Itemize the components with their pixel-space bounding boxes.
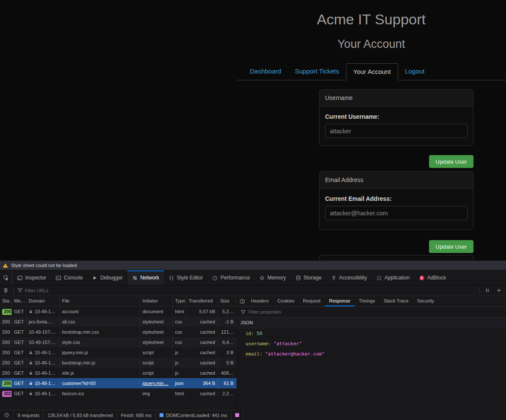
size-cell: 5,2… [218, 306, 237, 317]
initiator-text: stylesheet [142, 329, 164, 335]
details-tab-request[interactable]: Request [299, 296, 325, 306]
type-cell: css [173, 337, 186, 347]
status-bar-label: 9 requests [18, 413, 39, 418]
initiator-cell: stylesheet [140, 317, 173, 327]
initiator-text: document [142, 309, 163, 314]
size-cell: 408… [218, 368, 237, 378]
email-input[interactable] [325, 206, 468, 220]
type-cell: css [173, 317, 186, 327]
initiator-text: script [142, 360, 154, 365]
trash-icon [3, 288, 9, 293]
update-username-button[interactable]: Update User [429, 155, 473, 168]
details-tab-security[interactable]: Security [413, 296, 438, 306]
domain-text: 10-49-157-… [29, 327, 56, 337]
devtools-tab-label: Inspector [25, 275, 46, 281]
devtools-tab-style-editor[interactable]: {}Style Editor [164, 270, 207, 285]
table-row[interactable]: 200GET10-49-1…bootstrap.min.jsscriptjsca… [0, 358, 237, 368]
devtools-tab-performance[interactable]: Performance [207, 270, 254, 285]
lock-icon [29, 350, 33, 355]
site-tab-dashboard[interactable]: Dashboard [243, 63, 288, 80]
table-row[interactable]: 200GET10-49-1…jquery.min.jsscriptjscache… [0, 347, 237, 358]
devtools-tab-application[interactable]: Application [372, 270, 414, 285]
status-bar-label: 135,54 kB / 5,93 kB transferred [47, 413, 112, 418]
details-tab-cookies[interactable]: Cookies [273, 296, 299, 306]
size-cell: 2,2… [218, 388, 237, 399]
status-bar-item: 135,54 kB / 5,93 kB transferred [44, 410, 117, 420]
new-request-button[interactable] [493, 288, 506, 293]
pause-recording-button[interactable] [482, 288, 493, 293]
site-tab-support-tickets[interactable]: Support Tickets [288, 63, 346, 80]
devtools-tab-debugger[interactable]: Debugger [87, 270, 127, 285]
details-tab-timings[interactable]: Timings [355, 296, 379, 306]
domain-cell: 10-49-1… [27, 347, 60, 358]
devtools-tab-memory[interactable]: Memory [254, 270, 290, 285]
column-header-sta[interactable]: Sta… [0, 296, 12, 306]
debugger-icon [92, 275, 98, 281]
table-row[interactable]: 200GET10-49-1…customer?id=50jquery.min…j… [0, 378, 237, 388]
page-title: Acme IT Support [237, 11, 506, 28]
devtools-tab-adblock[interactable]: AdBlock [414, 270, 451, 285]
plus-icon [496, 288, 502, 293]
devtools-tab-inspector[interactable]: Inspector [12, 270, 51, 285]
column-header-transferred[interactable]: Transferred [186, 296, 218, 306]
size-cell: 0 B [218, 347, 237, 358]
table-row[interactable]: 200GET10-49-157-…bootstrap.min.cssstyles… [0, 327, 237, 337]
table-row[interactable]: 200GET10-49-1…site.jsscriptjscached408… [0, 368, 237, 378]
update-email-button[interactable]: Update User [429, 240, 473, 253]
username-panel: Username Current Username: [319, 89, 473, 146]
column-header-initiator[interactable]: Initiator [140, 296, 173, 306]
devtools-tab-console[interactable]: Console [51, 270, 87, 285]
transferred-cell: 5,57 kB [186, 306, 218, 317]
column-header-domain[interactable]: Domain [27, 296, 60, 306]
file-cell: style.css [60, 337, 140, 347]
console-icon [56, 275, 61, 281]
page-subtitle: Your Account [237, 38, 506, 51]
domain-text: 10-49-1… [35, 347, 56, 358]
username-panel-header: Username [320, 90, 473, 106]
json-section-header[interactable]: JSON [237, 317, 506, 328]
column-header-type[interactable]: Type [173, 296, 186, 306]
devtools-tab-storage[interactable]: Storage [291, 270, 326, 285]
details-tab-headers[interactable]: Headers [247, 296, 273, 306]
details-tab-response[interactable]: Response [325, 296, 355, 306]
initiator-cell: stylesheet [140, 337, 173, 347]
status-bar-item: 9 requests [14, 410, 44, 420]
column-header-me[interactable]: Me… [12, 296, 27, 306]
request-table-header: Sta…Me…DomainFileInitiatorTypeTransferre… [0, 296, 237, 306]
element-picker-button[interactable] [0, 270, 12, 285]
size-cell: -1 B [218, 317, 237, 327]
split-pane-icon[interactable] [240, 299, 245, 304]
method-cell: GET [12, 317, 27, 327]
site-tab-logout[interactable]: Logout [398, 63, 432, 80]
filter-urls-input[interactable]: Filter URLs [25, 288, 48, 293]
clear-requests-button[interactable] [0, 288, 12, 293]
status-cell: 200 [0, 358, 12, 368]
site-tab-your-account[interactable]: Your Account [346, 63, 398, 80]
table-row[interactable]: 200GET10-49-1…accountdocumenthtml5,57 kB… [0, 306, 237, 317]
method-cell: GET [12, 378, 27, 388]
devtools-tab-accessibility[interactable]: Accessibility [326, 270, 372, 285]
table-row[interactable]: 302GET10-49-1…favicon.icoimghtmlcached2,… [0, 388, 237, 399]
lock-icon [29, 309, 33, 314]
site-nav-tabs: DashboardSupport TicketsYour AccountLogo… [237, 63, 506, 80]
transferred-cell: cached [186, 358, 218, 368]
email-panel: Email Address Current Email Address: [319, 171, 473, 230]
details-tab-stack-trace[interactable]: Stack Trace [379, 296, 413, 306]
filter-properties-input[interactable]: Filter properties [249, 309, 281, 314]
devtools-tab-network[interactable]: Network [127, 270, 164, 285]
status-bar-item: DOMContentLoaded: 441 ms [156, 410, 231, 420]
status-cell: 200 [0, 378, 12, 388]
initiator-text: script [142, 350, 154, 355]
json-value: 50 [257, 331, 262, 336]
partially-visible-panel [319, 255, 473, 261]
status-cell: 200 [0, 327, 12, 337]
initiator-text[interactable]: jquery.min… [142, 381, 169, 386]
username-input[interactable] [325, 124, 468, 138]
column-header-size[interactable]: Size [218, 296, 237, 306]
column-header-file[interactable]: File [60, 296, 140, 306]
table-row[interactable]: 200GET10-49-157-…style.cssstylesheetcssc… [0, 337, 237, 347]
memory-icon [259, 275, 265, 281]
transferred-cell: cached [186, 327, 218, 337]
method-cell: GET [12, 347, 27, 358]
table-row[interactable]: 200GETpro.fonta…all.cssstylesheetcsscach… [0, 317, 237, 327]
